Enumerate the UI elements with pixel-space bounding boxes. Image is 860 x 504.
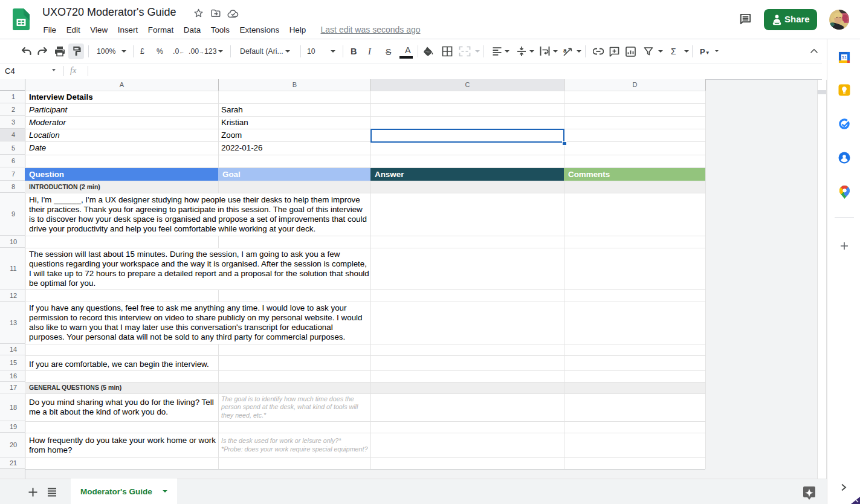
svg-text:a: a [563,47,567,54]
svg-text:31: 31 [842,55,847,60]
